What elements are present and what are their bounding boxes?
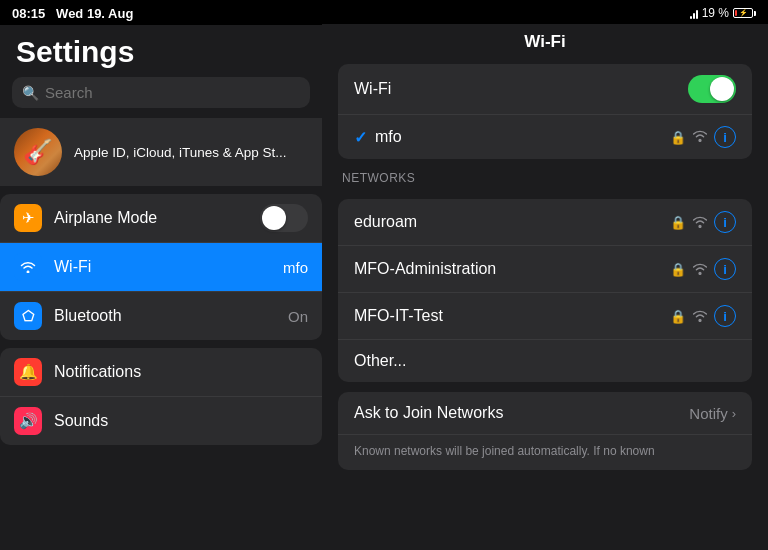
wifi-value: mfo [283,259,308,276]
sidebar-item-bluetooth[interactable]: ⬠ Bluetooth On [0,292,322,340]
search-icon: 🔍 [22,85,39,101]
chevron-right-icon: › [732,406,736,421]
checkmark-icon: ✓ [354,128,367,147]
profile-label: Apple ID, iCloud, iTunes & App St... [74,145,287,160]
lock-icon: 🔒 [670,309,686,324]
mfo-admin-icons: 🔒 i [670,258,736,280]
connected-network-info-button[interactable]: i [714,126,736,148]
wifi-toggle-row[interactable]: Wi-Fi [338,64,752,115]
network-name-eduroam: eduroam [354,213,662,231]
sidebar-item-sounds[interactable]: 🔊 Sounds [0,397,322,445]
bluetooth-label: Bluetooth [54,307,276,325]
settings-list: ✈ Airplane Mode [0,194,322,550]
wifi-signal-mfo-it-test [692,310,708,322]
mfo-it-test-icons: 🔒 i [670,305,736,327]
status-icons: 19 % ⚡ [690,6,756,20]
airplane-mode-toggle[interactable] [260,204,308,232]
left-panel: 08:15 Wed 19. Aug Settings 🔍 🎸 Apple ID,… [0,0,322,550]
status-time-date: 08:15 Wed 19. Aug [12,6,133,21]
connected-network-icons: 🔒 i [670,126,736,148]
notifications-icon: 🔔 [19,363,38,381]
wifi-label: Wi-Fi [54,258,271,276]
status-time: 08:15 [12,6,45,21]
notifications-label: Notifications [54,363,308,381]
connectivity-section: ✈ Airplane Mode [0,194,322,340]
network-name-other: Other... [354,352,736,370]
network-row-other[interactable]: Other... [338,340,752,382]
lock-icon: 🔒 [670,130,686,145]
battery-icon: ⚡ [733,8,756,18]
wifi-signal-eduroam [692,216,708,228]
toggle-knob [262,206,286,230]
status-wifi-icon [690,7,698,19]
network-name-mfo-it-test: MFO-IT-Test [354,307,662,325]
wifi-signal-mfo-admin [692,263,708,275]
notifications-icon-box: 🔔 [14,358,42,386]
ask-to-join-label: Ask to Join Networks [354,404,689,422]
airplane-mode-label: Airplane Mode [54,209,248,227]
airplane-mode-icon-box: ✈ [14,204,42,232]
status-date: Wed 19. Aug [56,6,133,21]
sidebar-item-airplane-mode[interactable]: ✈ Airplane Mode [0,194,322,243]
network-row-mfo-admin[interactable]: MFO-Administration 🔒 i [338,246,752,293]
wifi-signal-icon [692,129,708,145]
wifi-icon [20,259,36,276]
network-row-mfo-it-test[interactable]: MFO-IT-Test 🔒 i [338,293,752,340]
sounds-icon-box: 🔊 [14,407,42,435]
bluetooth-value: On [288,308,308,325]
status-battery-pct: 19 % [702,6,729,20]
connected-network-row[interactable]: ✓ mfo 🔒 i [338,115,752,159]
airplane-icon: ✈ [22,209,35,227]
lock-icon: 🔒 [670,215,686,230]
connected-network-name: mfo [375,128,662,146]
ask-to-join-value: Notify [689,405,727,422]
wifi-page-title: Wi-Fi [322,24,768,64]
search-bar[interactable]: 🔍 [12,77,310,108]
bluetooth-icon-box: ⬠ [14,302,42,330]
sidebar-item-notifications[interactable]: 🔔 Notifications [0,348,322,397]
right-status-bar: 19 % ⚡ [322,0,768,24]
sounds-label: Sounds [54,412,308,430]
sounds-icon: 🔊 [19,412,38,430]
wifi-toggle-switch[interactable] [688,75,736,103]
wifi-icon-box [14,253,42,281]
wifi-toggle-knob [710,77,734,101]
mfo-it-test-info-button[interactable]: i [714,305,736,327]
profile-row[interactable]: 🎸 Apple ID, iCloud, iTunes & App St... [0,118,322,186]
networks-section: eduroam 🔒 i MFO-Administration 🔒 [338,199,752,382]
wifi-content: Wi-Fi ✓ mfo 🔒 i [322,64,768,550]
networks-section-label: NETWORKS [338,167,752,191]
wifi-toggle-section: Wi-Fi ✓ mfo 🔒 i [338,64,752,159]
mfo-admin-info-button[interactable]: i [714,258,736,280]
known-networks-text: Known networks will be joined automatica… [338,435,752,470]
right-panel: 19 % ⚡ Wi-Fi Wi-Fi ✓ mfo [322,0,768,550]
apps-section: 🔔 Notifications 🔊 Sounds [0,348,322,445]
ask-to-join-row[interactable]: Ask to Join Networks Notify › [338,392,752,435]
eduroam-info-button[interactable]: i [714,211,736,233]
status-bar: 08:15 Wed 19. Aug [0,0,322,25]
lock-icon: 🔒 [670,262,686,277]
avatar-image: 🎸 [23,138,53,166]
page-title: Settings [0,25,322,77]
avatar: 🎸 [14,128,62,176]
sidebar-item-wifi[interactable]: Wi-Fi mfo [0,243,322,292]
bluetooth-icon: ⬠ [22,308,34,324]
wifi-toggle-label: Wi-Fi [354,80,688,98]
search-input[interactable] [45,84,300,101]
eduroam-icons: 🔒 i [670,211,736,233]
network-name-mfo-admin: MFO-Administration [354,260,662,278]
network-row-eduroam[interactable]: eduroam 🔒 i [338,199,752,246]
ask-to-join-section: Ask to Join Networks Notify › Known netw… [338,392,752,470]
